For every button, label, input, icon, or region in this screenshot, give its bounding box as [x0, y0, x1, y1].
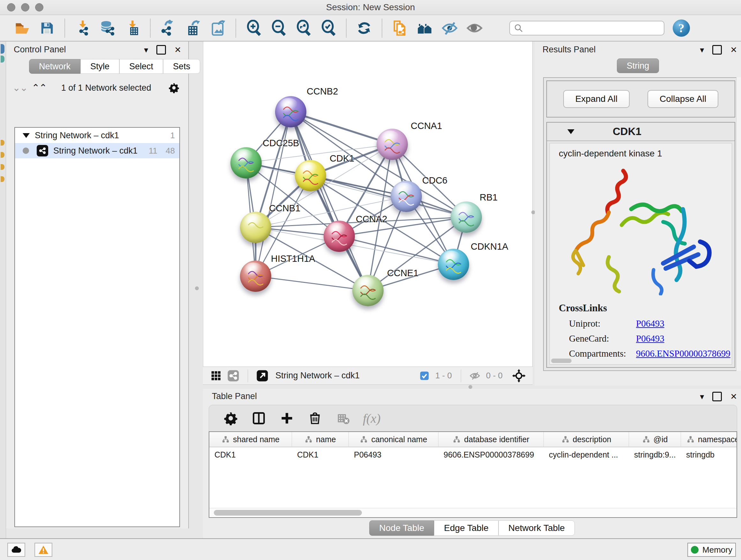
protein-thumbnail-icon — [394, 188, 418, 208]
expand-all-networks-button[interactable]: ⌃⌃ — [31, 83, 46, 92]
results-panel-close-button[interactable]: ✕ — [730, 46, 737, 54]
node-hist1h1a[interactable] — [240, 260, 271, 292]
open-session-button[interactable] — [12, 18, 32, 38]
control-panel-float-button[interactable] — [156, 45, 166, 55]
expand-all-button[interactable]: Expand All — [563, 90, 630, 108]
edge-HIST1H1A-CCNE1[interactable] — [256, 276, 368, 291]
zoom-selected-button[interactable] — [318, 18, 339, 38]
horizontal-splitter-handle[interactable] — [468, 385, 472, 389]
results-panel-menu-button[interactable]: ▾ — [700, 46, 704, 54]
birdseye-grid-button[interactable] — [210, 370, 222, 382]
column-header-shared-name[interactable]: shared name — [209, 432, 292, 447]
cloud-status-button[interactable] — [7, 543, 25, 557]
column-header-database-identifier[interactable]: database identifier — [439, 432, 544, 447]
copy-network-button[interactable] — [390, 18, 410, 38]
crosslink-link[interactable]: P06493 — [636, 318, 664, 329]
node-cdkn1a[interactable] — [438, 249, 469, 280]
collapse-all-button[interactable]: Collapse All — [648, 90, 718, 108]
network-collection-row[interactable]: String Network – cdk1 1 — [15, 128, 179, 143]
network-options-gear-button[interactable] — [169, 82, 179, 93]
string-results-container: Expand All Collapse All CDK1 cyclin-depe… — [543, 77, 738, 371]
collapse-all-networks-button[interactable]: ⌄⌄ — [12, 83, 27, 92]
help-button[interactable]: ? — [673, 19, 690, 37]
node-rb1[interactable] — [451, 201, 482, 233]
network-row[interactable]: String Network – cdk1 11 48 — [15, 143, 179, 159]
zoom-out-button[interactable] — [268, 18, 289, 38]
collapse-triangle-icon[interactable] — [567, 129, 575, 134]
import-network-from-file-button[interactable] — [72, 18, 93, 38]
zoom-fit-button[interactable] — [293, 18, 314, 38]
add-column-button[interactable] — [277, 408, 297, 428]
node-ccnb2[interactable] — [275, 96, 307, 127]
column-type-icon — [453, 435, 461, 443]
dock-sliver-icon — [1, 56, 4, 63]
tab-select[interactable]: Select — [119, 59, 163, 74]
string-network-icon — [37, 145, 48, 157]
control-panel-menu-button[interactable]: ▾ — [144, 46, 148, 54]
node-cdk1[interactable] — [295, 160, 326, 191]
tab-network-table[interactable]: Network Table — [498, 520, 575, 536]
memory-button[interactable]: Memory — [687, 543, 736, 557]
table-panel-close-button[interactable]: ✕ — [730, 392, 737, 401]
node-ccne1[interactable] — [352, 275, 384, 306]
node-ccnb1[interactable] — [240, 212, 271, 243]
detach-view-button[interactable] — [256, 370, 268, 382]
show-hide-button[interactable] — [440, 18, 460, 38]
crosslink-row: Uniprot: P06493 — [569, 318, 732, 329]
hidden-items-eye-icon[interactable] — [469, 370, 480, 381]
selected-items-checkbox[interactable] — [419, 371, 429, 381]
crosslink-link[interactable]: 9606.ENSP00000378699 — [636, 348, 731, 359]
import-network-from-database-button[interactable] — [97, 18, 118, 38]
zoom-in-button[interactable] — [244, 18, 264, 38]
table-panel-float-button[interactable] — [712, 392, 722, 401]
search-input[interactable] — [527, 23, 660, 33]
export-network-button[interactable] — [158, 18, 179, 38]
crosslink-link[interactable]: 9606.ENSP00000378699 — [636, 363, 731, 365]
search-box[interactable] — [509, 21, 664, 36]
split-panel-button[interactable] — [249, 408, 269, 428]
table-settings-button[interactable] — [220, 408, 241, 428]
results-hscrollbar[interactable] — [551, 359, 571, 363]
tab-sets[interactable]: Sets — [163, 59, 200, 74]
node-description: cyclin-dependent kinase 1 — [550, 143, 732, 159]
column-header-name[interactable]: name — [292, 432, 349, 447]
cytoscape-window: Session: New Session ? Control Panel ▾ ✕… — [0, 0, 741, 560]
search-icon — [514, 23, 523, 33]
export-image-button[interactable] — [208, 18, 228, 38]
node-ccna2[interactable] — [324, 221, 355, 252]
save-session-button[interactable] — [37, 18, 57, 38]
node-cdc25b[interactable] — [230, 147, 262, 179]
node-result-header[interactable]: CDK1 — [547, 123, 735, 141]
table-panel-menu-button[interactable]: ▾ — [700, 392, 704, 401]
open-icon — [14, 20, 30, 37]
tab-network[interactable]: Network — [29, 59, 80, 74]
column-header-description[interactable]: description — [544, 432, 629, 447]
column-header--id[interactable]: @id — [629, 432, 681, 447]
delete-column-button[interactable] — [305, 408, 325, 428]
crosslink-link[interactable]: P06493 — [636, 333, 664, 344]
table-row[interactable]: CDK1CDK1P064939606.ENSP00000378699cyclin… — [209, 447, 737, 462]
network-canvas[interactable]: CCNB2CCNA1CDC25BCDK1CDC6RB1CCNB1CCNA2CDK… — [203, 42, 533, 367]
table-hscrollbar[interactable] — [209, 508, 737, 517]
import-table-from-file-button[interactable] — [122, 18, 143, 38]
tab-style[interactable]: Style — [80, 59, 119, 74]
toggle-details-button[interactable] — [464, 18, 485, 38]
tab-edge-table[interactable]: Edge Table — [434, 520, 498, 536]
fit-selected-crosshair-button[interactable] — [512, 369, 526, 382]
column-header-namespace[interactable]: namespace — [681, 432, 737, 447]
vertical-splitter-handle[interactable] — [195, 287, 199, 290]
column-header-canonical-name[interactable]: canonical name — [349, 432, 439, 447]
export-table-button[interactable] — [183, 18, 203, 38]
node-cdc6[interactable] — [391, 181, 422, 212]
refresh-view-button[interactable] — [354, 18, 374, 38]
first-neighbors-button[interactable] — [414, 18, 435, 38]
results-panel-float-button[interactable] — [712, 45, 722, 55]
tab-node-table[interactable]: Node Table — [369, 520, 434, 536]
collapse-triangle-icon[interactable] — [23, 133, 30, 138]
results-vscrollbar-track[interactable] — [736, 77, 741, 371]
table-hscrollbar-thumb[interactable] — [214, 510, 362, 516]
control-panel-close-button[interactable]: ✕ — [174, 46, 181, 54]
results-tab-string[interactable]: String — [617, 58, 659, 73]
warning-status-button[interactable] — [35, 543, 52, 557]
node-ccna1[interactable] — [377, 129, 408, 160]
